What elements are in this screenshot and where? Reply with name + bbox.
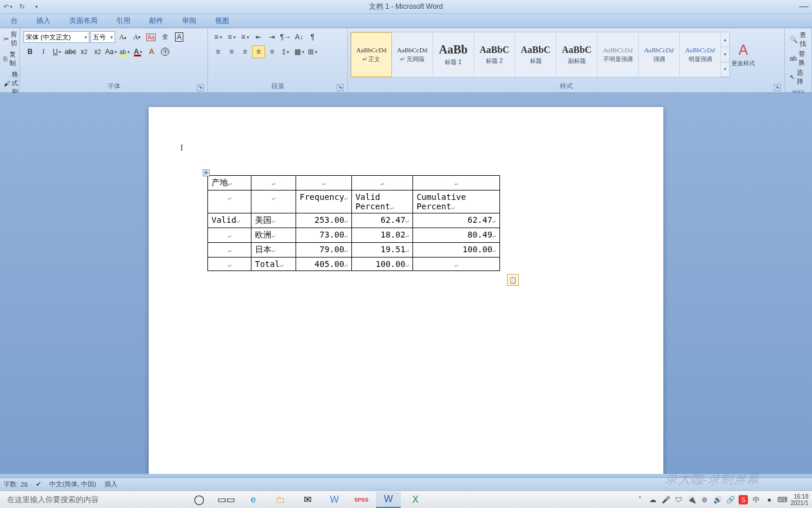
- subscript-button[interactable]: x2: [78, 45, 90, 58]
- redo-button[interactable]: ↻: [15, 1, 28, 13]
- align-right-button[interactable]: ≡: [239, 45, 251, 58]
- indent-decrease-button[interactable]: ⇤: [252, 31, 265, 44]
- style-item[interactable]: AaBbCcDd强调: [639, 32, 680, 77]
- clear-format-button[interactable]: Aa: [145, 31, 157, 44]
- numbering-button[interactable]: ≡▾: [225, 31, 238, 44]
- table-cell[interactable]: 80.49↵: [412, 228, 499, 243]
- word-count[interactable]: 字数: 26: [4, 480, 28, 489]
- tab-references[interactable]: 引用: [107, 14, 140, 28]
- grow-font-button[interactable]: A▴: [116, 31, 129, 44]
- copy-button[interactable]: ⎘复制: [2, 49, 19, 68]
- insert-mode[interactable]: 插入: [105, 480, 118, 489]
- table-cell[interactable]: 19.51↵: [351, 243, 412, 258]
- style-item[interactable]: AaBbCcDd不明显强调: [598, 32, 639, 77]
- styles-gallery[interactable]: AaBbCcDd↵ 正文AaBbCcDd↵ 无间隔AaBb标题 1AaBbC标题…: [350, 32, 730, 78]
- shading-button[interactable]: ▦▾: [293, 45, 306, 58]
- taskbar-search[interactable]: 在这里输入你要搜索的内容: [0, 492, 176, 508]
- clock[interactable]: 16:18 2021/1: [790, 493, 810, 506]
- change-case-button[interactable]: Aa▾: [105, 45, 118, 58]
- wifi-icon[interactable]: ⊚: [700, 495, 709, 504]
- table-move-handle[interactable]: ✥: [203, 169, 210, 176]
- bold-button[interactable]: B: [24, 45, 36, 58]
- char-border-button[interactable]: A: [173, 31, 186, 44]
- styles-expand[interactable]: ▾: [721, 62, 729, 77]
- style-item[interactable]: AaBb标题 1: [433, 32, 474, 77]
- tab-view[interactable]: 视图: [206, 14, 239, 28]
- language-status[interactable]: 中文(简体, 中国): [49, 480, 96, 489]
- underline-button[interactable]: U▾: [51, 45, 63, 58]
- table-cell[interactable]: ↵: [251, 176, 296, 190]
- align-left-button[interactable]: ≡: [212, 45, 224, 58]
- superscript-button[interactable]: x2: [91, 45, 104, 58]
- undo-button[interactable]: ↶▾: [1, 1, 14, 13]
- distributed-button[interactable]: ≡: [266, 45, 279, 58]
- table-cell[interactable]: ↵: [208, 258, 251, 271]
- document-table[interactable]: 产地↵↵↵↵↵↵↵Frequency↵Valid Percent↵Cumulat…: [207, 175, 500, 271]
- ime-punct-icon[interactable]: ●: [764, 495, 774, 504]
- onedrive-icon[interactable]: ☁: [648, 495, 657, 504]
- table-cell[interactable]: ↵: [412, 176, 499, 190]
- font-launcher[interactable]: ⬊: [197, 84, 204, 91]
- change-styles-button[interactable]: A 更改样式: [730, 42, 757, 68]
- qa-customize[interactable]: ▾: [29, 1, 42, 13]
- styles-launcher[interactable]: ⬊: [774, 84, 781, 91]
- font-family-combo[interactable]: 宋体 (中文正文)▾: [24, 31, 89, 43]
- phonetic-guide-button[interactable]: 变: [159, 31, 172, 44]
- style-item[interactable]: AaBbC副标题: [556, 32, 598, 77]
- line-spacing-button[interactable]: ‡▾: [279, 45, 292, 58]
- table-cell[interactable]: 100.00↵: [351, 258, 412, 271]
- spell-check-icon[interactable]: ✔: [36, 480, 41, 488]
- link-icon[interactable]: 🔗: [726, 495, 735, 504]
- multilevel-button[interactable]: ≡▾: [239, 31, 251, 44]
- borders-button[interactable]: ⊞▾: [306, 45, 319, 58]
- cortana-icon[interactable]: ◯: [187, 492, 212, 508]
- tab-home[interactable]: 台: [1, 14, 27, 28]
- mic-icon[interactable]: 🎤: [661, 495, 670, 504]
- task-view-icon[interactable]: ▭▭: [214, 492, 239, 508]
- tray-chevron-icon[interactable]: ˄: [635, 495, 645, 504]
- styles-scroll-up[interactable]: ▴: [721, 32, 729, 47]
- table-cell[interactable]: 欧洲↵: [251, 228, 296, 243]
- select-button[interactable]: ↖选择: [790, 68, 807, 86]
- table-cell[interactable]: 18.02↵: [351, 228, 412, 243]
- tab-mailings[interactable]: 邮件: [140, 14, 173, 28]
- show-marks-button[interactable]: ¶: [306, 31, 319, 44]
- table-cell[interactable]: 日本↵: [251, 243, 296, 258]
- ime-keyboard-icon[interactable]: ⌨: [777, 495, 787, 504]
- table-cell[interactable]: 美国↵: [251, 213, 296, 228]
- explorer-icon[interactable]: 🗀: [268, 492, 293, 508]
- table-cell[interactable]: ↵: [351, 176, 412, 190]
- edge-icon[interactable]: e: [241, 492, 266, 508]
- ime-sogou-icon[interactable]: S: [739, 495, 748, 504]
- table-cell[interactable]: ↵: [208, 190, 251, 213]
- style-item[interactable]: AaBbCcDd↵ 正文: [351, 32, 392, 77]
- strikethrough-button[interactable]: abc: [64, 45, 77, 58]
- table-cell[interactable]: Cumulative Percent↵: [412, 190, 499, 213]
- table-cell[interactable]: ↵: [251, 190, 296, 213]
- tab-insert[interactable]: 插入: [27, 14, 60, 28]
- wps-icon[interactable]: W: [322, 492, 347, 508]
- volume-icon[interactable]: 🔊: [713, 495, 722, 504]
- enclose-char-button[interactable]: 字: [159, 45, 172, 58]
- highlight-button[interactable]: ab▾: [118, 45, 131, 58]
- tab-layout[interactable]: 页面布局: [60, 14, 107, 28]
- table-cell[interactable]: Valid Percent↵: [351, 190, 412, 213]
- ltr-button[interactable]: ¶→: [279, 31, 292, 44]
- ime-lang-icon[interactable]: 中: [751, 495, 761, 504]
- font-color-button[interactable]: A▾: [132, 45, 145, 58]
- shrink-font-button[interactable]: A▾: [130, 31, 143, 44]
- replace-button[interactable]: ab替换: [790, 49, 807, 67]
- word-icon[interactable]: W: [376, 492, 401, 508]
- font-size-combo[interactable]: 五号▾: [90, 31, 115, 43]
- tab-review[interactable]: 审阅: [173, 14, 206, 28]
- bullets-button[interactable]: ≡▾: [212, 31, 224, 44]
- align-center-button[interactable]: ≡: [225, 45, 238, 58]
- table-cell[interactable]: ↵: [208, 243, 251, 258]
- table-cell[interactable]: Valid↵: [208, 213, 251, 228]
- table-cell[interactable]: 79.00↵: [296, 243, 352, 258]
- table-cell[interactable]: 73.00↵: [296, 228, 352, 243]
- mail-icon[interactable]: ✉: [295, 492, 320, 508]
- table-cell[interactable]: ↵: [412, 258, 499, 271]
- table-cell[interactable]: 产地↵: [208, 176, 251, 190]
- document-area[interactable]: I ✥ 产地↵↵↵↵↵↵↵Frequency↵Valid Percent↵Cum…: [0, 93, 812, 474]
